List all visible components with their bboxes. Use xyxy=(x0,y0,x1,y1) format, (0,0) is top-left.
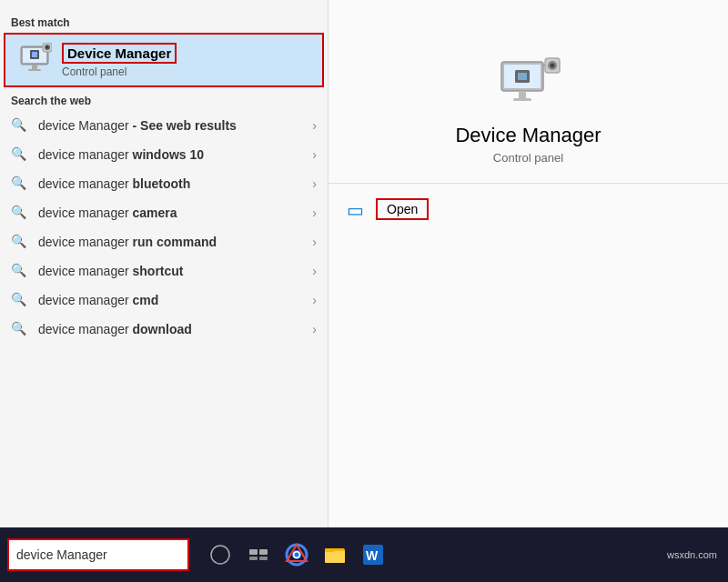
search-input[interactable] xyxy=(16,547,180,562)
svg-text:W: W xyxy=(366,548,379,563)
search-item-text: device manager download xyxy=(38,322,312,336)
file-explorer-icon[interactable] xyxy=(322,542,348,567)
search-icon: 🔍 xyxy=(11,205,27,221)
search-item-text: device Manager - See web results xyxy=(38,118,312,133)
right-panel-title: Device Manager xyxy=(455,124,601,147)
svg-rect-29 xyxy=(325,551,345,563)
svg-rect-23 xyxy=(259,557,268,560)
list-item[interactable]: 🔍 device Manager - See web results › xyxy=(0,111,328,140)
search-item-text: device manager run command xyxy=(38,235,312,249)
svg-rect-4 xyxy=(32,65,37,69)
search-icon: 🔍 xyxy=(11,263,27,279)
search-icon: 🔍 xyxy=(11,176,27,192)
list-item[interactable]: 🔍 device manager cmd › xyxy=(0,286,328,315)
list-item[interactable]: 🔍 device manager camera › xyxy=(0,198,328,227)
svg-rect-20 xyxy=(249,549,258,555)
cortana-icon[interactable] xyxy=(207,542,233,567)
chevron-right-icon: › xyxy=(312,118,317,133)
search-item-text: device manager shortcut xyxy=(38,264,312,278)
svg-point-17 xyxy=(550,64,554,68)
chevron-right-icon: › xyxy=(312,322,317,336)
svg-rect-30 xyxy=(325,548,334,552)
svg-rect-12 xyxy=(518,73,527,80)
svg-rect-21 xyxy=(259,549,268,555)
search-item-text: device manager windows 10 xyxy=(38,147,312,162)
search-icon: 🔍 xyxy=(11,321,27,337)
svg-rect-5 xyxy=(28,69,41,71)
best-match-item[interactable]: Device Manager Control panel xyxy=(4,33,324,87)
chevron-right-icon: › xyxy=(312,235,317,249)
svg-rect-13 xyxy=(519,91,526,98)
task-view-icon[interactable] xyxy=(246,542,271,567)
svg-point-19 xyxy=(211,546,229,564)
taskbar-icons: W xyxy=(207,542,386,567)
svg-rect-14 xyxy=(513,98,531,101)
open-label[interactable]: Open xyxy=(376,198,429,220)
open-action[interactable]: ▭ Open xyxy=(329,198,429,220)
device-manager-large-icon xyxy=(496,55,561,124)
best-match-subtitle: Control panel xyxy=(62,65,177,78)
left-panel: Best match xyxy=(0,0,328,527)
chevron-right-icon: › xyxy=(312,206,317,220)
search-item-text: device manager bluetooth xyxy=(38,176,312,191)
list-item[interactable]: 🔍 device manager run command › xyxy=(0,227,328,256)
best-match-text: Device Manager Control panel xyxy=(62,43,177,78)
list-item[interactable]: 🔍 device manager windows 10 › xyxy=(0,140,328,169)
web-section-label: Search the web xyxy=(0,87,328,111)
search-icon: 🔍 xyxy=(11,234,27,250)
open-icon: ▭ xyxy=(347,199,367,219)
svg-point-27 xyxy=(295,553,299,557)
list-item[interactable]: 🔍 device manager download › xyxy=(0,315,328,344)
svg-point-8 xyxy=(46,46,49,49)
best-match-label: Best match xyxy=(0,13,328,33)
chevron-right-icon: › xyxy=(312,176,317,191)
chevron-right-icon: › xyxy=(312,293,317,307)
chevron-right-icon: › xyxy=(312,264,317,278)
chrome-icon[interactable] xyxy=(284,542,309,567)
search-item-text: device manager camera xyxy=(38,206,312,220)
device-manager-icon xyxy=(16,42,53,78)
chevron-right-icon: › xyxy=(312,147,317,162)
search-icon: 🔍 xyxy=(11,117,27,134)
watermark: wsxdn.com xyxy=(667,549,728,560)
search-icon: 🔍 xyxy=(11,292,27,308)
taskbar: W wsxdn.com xyxy=(0,527,728,582)
svg-rect-3 xyxy=(32,52,37,57)
list-item[interactable]: 🔍 device manager bluetooth › xyxy=(0,169,328,198)
right-panel-subtitle: Control panel xyxy=(493,151,563,165)
list-item[interactable]: 🔍 device manager shortcut › xyxy=(0,256,328,286)
search-icon: 🔍 xyxy=(11,146,27,163)
divider xyxy=(329,183,728,184)
taskbar-search-box[interactable] xyxy=(7,538,189,571)
best-match-title: Device Manager xyxy=(62,43,177,64)
word-icon[interactable]: W xyxy=(360,542,386,567)
right-panel: Device Manager Control panel ▭ Open xyxy=(328,0,728,527)
svg-rect-22 xyxy=(249,557,258,560)
search-item-text: device manager cmd xyxy=(38,293,312,307)
